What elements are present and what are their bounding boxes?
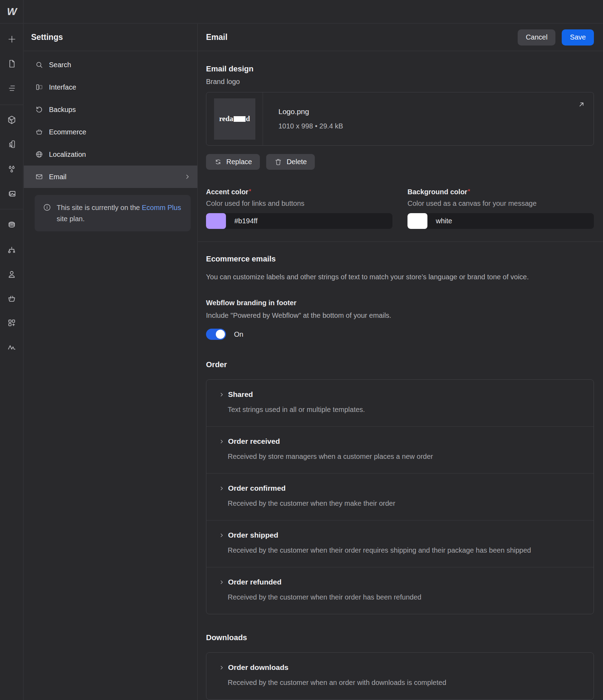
cancel-button[interactable]: Cancel bbox=[518, 29, 555, 46]
required-asterisk: * bbox=[468, 188, 470, 195]
info-icon bbox=[43, 203, 51, 224]
settings-sidebar: Settings Search Interface Backups Ecomme… bbox=[24, 24, 198, 700]
list-item-order-shipped[interactable]: Order shipped Received by the customer w… bbox=[206, 520, 594, 567]
replace-button[interactable]: Replace bbox=[206, 154, 260, 170]
style-manager-icon[interactable] bbox=[0, 139, 23, 149]
sidebar-item-label: Interface bbox=[49, 83, 76, 91]
cms-icon[interactable] bbox=[0, 220, 23, 230]
replace-icon bbox=[214, 158, 222, 166]
trash-icon bbox=[274, 158, 282, 166]
redaction-block bbox=[234, 116, 246, 122]
sidebar-item-label: Ecommerce bbox=[49, 128, 86, 136]
list-item-order-received[interactable]: Order received Received by store manager… bbox=[206, 426, 594, 473]
top-bar bbox=[24, 0, 603, 23]
delete-button[interactable]: Delete bbox=[266, 154, 315, 170]
chevron-right-icon bbox=[219, 533, 224, 538]
save-button[interactable]: Save bbox=[562, 29, 594, 46]
rail-divider bbox=[0, 209, 23, 209]
sidebar-item-search[interactable]: Search bbox=[24, 54, 197, 76]
logo-file-info: Logo.png 1010 x 998 • 29.4 kB bbox=[263, 92, 343, 145]
users-icon[interactable] bbox=[0, 269, 23, 279]
sidebar-header: Settings bbox=[24, 24, 197, 51]
main-panel: Email Cancel Save Email design Brand log… bbox=[198, 24, 603, 700]
list-item-order-downloads[interactable]: Order downloads Received by the customer… bbox=[206, 653, 594, 699]
main-content: Email design Brand logo redad Logo.png 1… bbox=[198, 64, 603, 700]
logo-thumbnail: redad bbox=[214, 98, 255, 140]
sidebar-item-label: Search bbox=[49, 61, 71, 69]
background-color-input[interactable] bbox=[427, 213, 594, 229]
background-color-label: Background color bbox=[407, 188, 467, 196]
color-fields: Accent color* Color used for links and b… bbox=[206, 188, 594, 229]
globe-icon bbox=[35, 150, 43, 159]
order-templates-list: Shared Text strings used in all or multi… bbox=[206, 379, 594, 614]
audit-icon[interactable] bbox=[0, 342, 23, 352]
plan-link[interactable]: Ecomm Plus bbox=[142, 204, 181, 211]
assets-icon[interactable] bbox=[0, 189, 23, 198]
required-asterisk: * bbox=[249, 188, 251, 195]
downloads-templates-list: Order downloads Received by the customer… bbox=[206, 652, 594, 700]
components-icon[interactable] bbox=[0, 115, 23, 125]
sidebar-item-localization[interactable]: Localization bbox=[24, 143, 197, 166]
basket-icon bbox=[35, 128, 43, 136]
ecommerce-emails-description: You can customize labels and other strin… bbox=[206, 271, 577, 283]
open-asset-icon[interactable] bbox=[577, 100, 586, 109]
brand-logo-card: redad Logo.png 1010 x 998 • 29.4 kB bbox=[206, 92, 594, 146]
accent-color-swatch[interactable] bbox=[206, 213, 226, 229]
accent-color-input[interactable] bbox=[226, 213, 392, 229]
toggle-knob bbox=[216, 330, 225, 339]
chevron-right-icon bbox=[219, 580, 224, 585]
sidebar-item-email[interactable]: Email bbox=[24, 166, 197, 188]
branding-toggle-row: On bbox=[206, 329, 594, 340]
chevron-right-icon bbox=[219, 486, 224, 491]
chevron-right-icon bbox=[219, 665, 224, 670]
sidebar-title: Settings bbox=[31, 33, 63, 42]
styles-icon[interactable] bbox=[0, 164, 23, 174]
branding-toggle[interactable] bbox=[206, 329, 226, 340]
add-icon[interactable] bbox=[0, 34, 23, 44]
sidebar-item-label: Email bbox=[49, 173, 66, 181]
sidebar-item-ecommerce[interactable]: Ecommerce bbox=[24, 121, 197, 143]
logo-file-name: Logo.png bbox=[278, 107, 343, 116]
interface-icon bbox=[35, 83, 43, 91]
chevron-right-icon bbox=[219, 392, 224, 397]
list-item-order-confirmed[interactable]: Order confirmed Received by the customer… bbox=[206, 473, 594, 520]
brand-logo-label: Brand logo bbox=[206, 78, 594, 86]
chevron-right-icon bbox=[184, 173, 191, 180]
logo-thumbnail-column: redad bbox=[206, 92, 263, 145]
chevron-right-icon bbox=[219, 439, 224, 444]
apps-icon[interactable] bbox=[0, 318, 23, 328]
logo-file-meta: 1010 x 998 • 29.4 kB bbox=[278, 122, 343, 130]
webflow-logo[interactable]: W bbox=[0, 0, 23, 23]
branding-description: Include "Powered by Webflow" at the bott… bbox=[206, 312, 594, 320]
accent-color-input-group bbox=[206, 213, 392, 229]
section-divider bbox=[198, 241, 603, 242]
order-heading: Order bbox=[206, 360, 594, 369]
sidebar-item-backups[interactable]: Backups bbox=[24, 98, 197, 121]
page-title: Email bbox=[206, 33, 227, 42]
left-rail: W bbox=[0, 0, 23, 700]
navigator-icon[interactable] bbox=[0, 83, 23, 93]
settings-nav: Search Interface Backups Ecommerce Local… bbox=[24, 51, 197, 188]
list-item-shared[interactable]: Shared Text strings used in all or multi… bbox=[206, 380, 594, 426]
ecommerce-emails-heading: Ecommerce emails bbox=[206, 254, 594, 264]
plan-notice: This site is currently on the Ecomm Plus… bbox=[35, 195, 191, 231]
list-item-order-refunded[interactable]: Order refunded Received by the customer … bbox=[206, 567, 594, 614]
logic-icon[interactable] bbox=[0, 245, 23, 255]
background-color-swatch[interactable] bbox=[407, 213, 427, 229]
sidebar-item-label: Backups bbox=[49, 106, 76, 114]
main-header: Email Cancel Save bbox=[198, 24, 603, 51]
header-actions: Cancel Save bbox=[518, 29, 594, 46]
accent-color-field: Accent color* Color used for links and b… bbox=[206, 188, 392, 229]
branding-title: Webflow branding in footer bbox=[206, 299, 594, 307]
background-color-input-group bbox=[407, 213, 594, 229]
backups-icon bbox=[35, 105, 43, 114]
sidebar-item-interface[interactable]: Interface bbox=[24, 76, 197, 98]
background-color-description: Color used as a canvas for your message bbox=[407, 200, 594, 208]
rail-divider bbox=[0, 105, 23, 105]
accent-color-label: Accent color bbox=[206, 188, 248, 196]
ecommerce-icon[interactable] bbox=[0, 294, 23, 303]
pages-icon[interactable] bbox=[0, 59, 23, 69]
accent-color-description: Color used for links and buttons bbox=[206, 200, 392, 208]
sidebar-item-label: Localization bbox=[49, 150, 86, 159]
email-design-heading: Email design bbox=[206, 64, 594, 74]
